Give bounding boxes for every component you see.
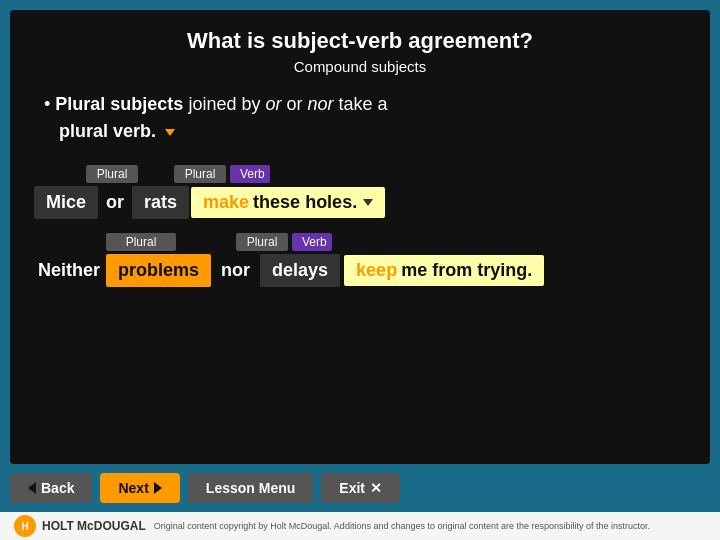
next-label: Next bbox=[118, 480, 148, 496]
back-label: Back bbox=[41, 480, 74, 496]
next-arrow-icon bbox=[154, 482, 162, 494]
example1-dropdown-icon[interactable] bbox=[363, 199, 373, 206]
example1-label3: Verb bbox=[230, 165, 270, 183]
back-arrow-icon bbox=[28, 482, 36, 494]
nav-bar: Back Next Lesson Menu Exit ✕ bbox=[0, 464, 720, 512]
example2-label3: Verb bbox=[292, 233, 332, 251]
back-button[interactable]: Back bbox=[10, 473, 92, 503]
example2-rest: me from trying. bbox=[401, 260, 532, 281]
rule-or1: or bbox=[265, 94, 281, 114]
example2-word2: problems bbox=[106, 254, 211, 287]
footer-legal: Original content copyright by Holt McDou… bbox=[154, 521, 650, 531]
rule-dropdown-icon[interactable] bbox=[165, 129, 175, 136]
example2-verb: keep bbox=[356, 260, 401, 281]
rule-plural-verb: plural verb. bbox=[59, 121, 156, 141]
example2-word1: Neither bbox=[34, 254, 104, 287]
holt-icon: H bbox=[14, 515, 36, 537]
footer: H HOLT McDOUGAL Original content copyrig… bbox=[0, 512, 720, 540]
example2-sentence: Neither problems nor delays keep me from… bbox=[34, 254, 686, 287]
page-title: What is subject-verb agreement? bbox=[34, 28, 686, 54]
example1-sentence: Mice or rats make these holes. bbox=[34, 186, 686, 219]
example1-rest: these holes. bbox=[253, 192, 357, 213]
example2-labels: Plural Plural Verb bbox=[34, 233, 686, 251]
example2-word3: nor bbox=[213, 254, 258, 287]
page-subtitle: Compound subjects bbox=[34, 58, 686, 75]
rule-take: take a bbox=[334, 94, 388, 114]
exit-button[interactable]: Exit ✕ bbox=[321, 473, 400, 503]
example2-label2: Plural bbox=[236, 233, 288, 251]
rule-nor: nor bbox=[307, 94, 333, 114]
rule-joined: joined by bbox=[183, 94, 265, 114]
example1-label1: Plural bbox=[86, 165, 138, 183]
example2-word4: delays bbox=[260, 254, 340, 287]
example2-label1: Plural bbox=[106, 233, 176, 251]
brand-name: HOLT McDOUGAL bbox=[42, 519, 146, 533]
lesson-menu-button[interactable]: Lesson Menu bbox=[188, 473, 313, 503]
example1-word2: or bbox=[98, 186, 132, 219]
exit-x-icon: ✕ bbox=[370, 480, 382, 496]
example1-labels: Plural Plural Verb bbox=[34, 165, 686, 183]
rule-text: • Plural subjects joined by or or nor ta… bbox=[34, 91, 686, 145]
example1-block: Plural Plural Verb Mice or rats make the… bbox=[34, 165, 686, 219]
example1-word3: rats bbox=[132, 186, 189, 219]
exit-label: Exit bbox=[339, 480, 365, 496]
example1-verb: make bbox=[203, 192, 253, 213]
lesson-menu-label: Lesson Menu bbox=[206, 480, 295, 496]
next-button[interactable]: Next bbox=[100, 473, 179, 503]
rule-or2: or bbox=[281, 94, 307, 114]
example2-block: Plural Plural Verb Neither problems nor … bbox=[34, 233, 686, 287]
brand-logo: H HOLT McDOUGAL bbox=[14, 515, 146, 537]
main-panel: What is subject-verb agreement? Compound… bbox=[10, 10, 710, 464]
example1-word1: Mice bbox=[34, 186, 98, 219]
example1-label2: Plural bbox=[174, 165, 226, 183]
rule-plural-subjects: Plural subjects bbox=[55, 94, 183, 114]
bullet: • bbox=[44, 94, 50, 114]
nav-buttons: Back Next Lesson Menu Exit ✕ bbox=[10, 473, 400, 503]
